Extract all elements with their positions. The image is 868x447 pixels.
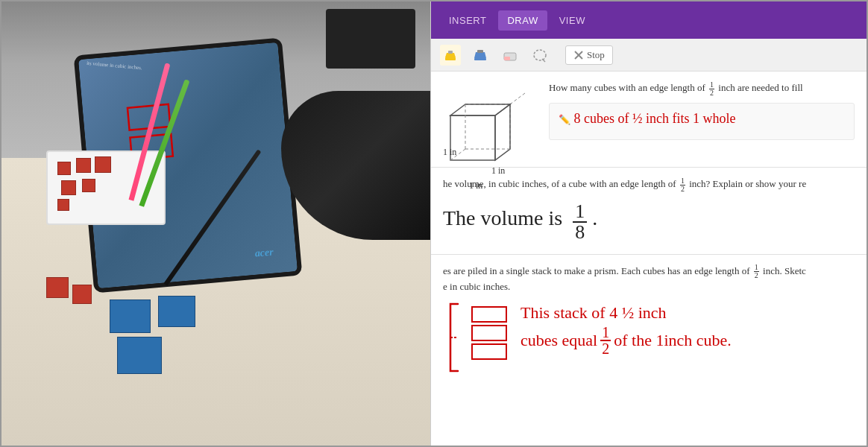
stop-label: Stop — [587, 49, 605, 61]
stop-button[interactable]: Stop — [565, 45, 613, 65]
svg-rect-4 — [448, 51, 453, 54]
answer-area-2: The volume is 1 8 . — [443, 199, 855, 245]
answer-fraction-1-8: 1 8 — [573, 202, 587, 242]
svg-rect-5 — [474, 58, 486, 60]
svg-rect-7 — [477, 50, 483, 53]
question-section-1: 1 in 1 in 1 in How many cubes with an ed… — [431, 72, 867, 168]
question-3-text-2: e in cubic inches. — [443, 279, 855, 294]
cube-label-left: 1 in — [443, 147, 537, 158]
svg-marker-18 — [450, 104, 510, 115]
eraser-icon — [502, 47, 518, 63]
highlighter-tool[interactable] — [470, 45, 491, 66]
fraction-1-2-q3: 1 2 — [754, 264, 759, 279]
cube-diagram: 1 in 1 in 1 in — [443, 83, 537, 158]
pen-tool[interactable] — [440, 45, 461, 66]
question-section-2: he volume, in cubic inches, of a cube wi… — [431, 168, 867, 255]
red-cube-5 — [82, 179, 95, 192]
red-cube-8 — [72, 285, 92, 304]
pen-icon — [442, 47, 459, 63]
drawing-tools-bar: Stop — [431, 39, 867, 72]
highlighter-icon — [472, 47, 488, 63]
tab-insert[interactable]: INSERT — [440, 10, 495, 31]
svg-line-16 — [510, 93, 525, 104]
answer-period: . — [592, 206, 597, 229]
acer-brand: acer — [254, 246, 274, 259]
question-3-text: es are piled in a single stack to make a… — [443, 264, 855, 280]
pencil-mark: ✏️ — [559, 114, 570, 125]
red-cube-4 — [61, 180, 76, 195]
bracket-svg — [443, 300, 465, 375]
handwritten-answer-2: The volume is — [443, 206, 567, 229]
toolbar: INSERT DRAW VIEW — [431, 1, 867, 39]
laptop-bg — [326, 9, 415, 69]
fraction-denominator: 2 — [710, 89, 714, 97]
question-1-text-area: How many cubes with an edge length of 1 … — [549, 80, 855, 140]
lasso-icon — [532, 47, 548, 63]
stop-icon — [573, 50, 584, 60]
photo-panel: makeLEARNmpazz its volume in cubic inche… — [1, 1, 430, 447]
lasso-tool[interactable] — [529, 45, 550, 66]
svg-point-10 — [534, 50, 546, 60]
drawn-cube-3 — [471, 343, 507, 360]
red-cube-1 — [57, 162, 71, 175]
eraser-tool[interactable] — [500, 45, 521, 66]
tab-view[interactable]: VIEW — [550, 10, 594, 31]
question-1-text: How many cubes with an edge length of 1 … — [549, 80, 855, 97]
question-2-text: he volume, in cubic inches, of a cube wi… — [443, 177, 855, 193]
handwritten-line1: This stack of 4 ½ inch — [521, 300, 732, 325]
content-area[interactable]: 1 in 1 in 1 in How many cubes with an ed… — [431, 72, 867, 447]
answer-area-1[interactable]: ✏️ 8 cubes of ½ inch fits 1 whole — [549, 103, 855, 140]
red-cube-2 — [76, 158, 91, 173]
fraction-1-2-q2: 1 2 — [680, 177, 685, 193]
stack-fraction: 1 2 — [600, 325, 611, 356]
red-cube-7 — [46, 277, 69, 298]
handwritten-stack-text: This stack of 4 ½ inch cubes equal 1 2 o… — [521, 300, 732, 356]
bracket-symbol — [443, 300, 465, 378]
classroom-photo: makeLEARNmpazz its volume in cubic inche… — [1, 1, 430, 447]
question-section-3: es are piled in a single stack to make a… — [431, 255, 867, 387]
red-cube-3 — [95, 156, 111, 173]
blue-cube-2 — [158, 296, 195, 327]
handwritten-line2: cubes equal 1 2 of the 1inch cube. — [521, 325, 732, 356]
blue-cube-1 — [110, 299, 151, 333]
stack-answer-area: This stack of 4 ½ inch cubes equal 1 2 o… — [443, 300, 855, 378]
blue-cube-3 — [117, 337, 162, 374]
drawn-cube-2 — [471, 325, 507, 341]
fraction-numerator: 1 — [709, 81, 714, 89]
onenote-panel: INSERT DRAW VIEW — [430, 1, 867, 447]
red-cube-6 — [57, 199, 69, 211]
fraction-1-2: 1 2 — [709, 81, 714, 97]
drawn-cube-1 — [471, 306, 507, 323]
svg-rect-2 — [445, 57, 456, 60]
svg-marker-6 — [474, 52, 486, 58]
drawn-cube-stack — [471, 306, 507, 360]
tab-draw[interactable]: DRAW — [498, 10, 547, 31]
app-window: makeLEARNmpazz its volume in cubic inche… — [0, 0, 868, 447]
svg-rect-9 — [504, 57, 510, 60]
handwritten-answer-1: 8 cubes of ½ inch fits 1 whole — [573, 111, 735, 126]
